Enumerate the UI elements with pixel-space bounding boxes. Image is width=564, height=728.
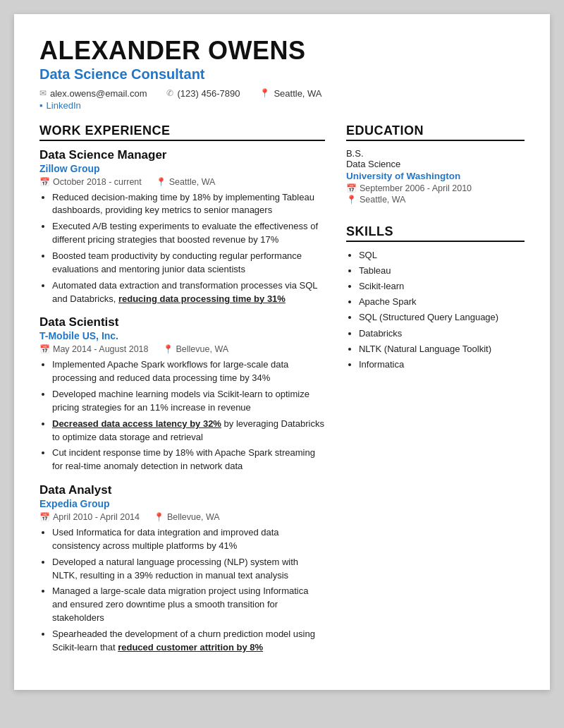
- candidate-title: Data Science Consultant: [39, 66, 525, 83]
- resume-container: ALEXANDER OWENS Data Science Consultant …: [14, 14, 550, 690]
- skill-5: SQL (Structured Query Language): [359, 311, 525, 324]
- job-2-bullets: Implemented Apache Spark workflows for l…: [39, 358, 325, 473]
- job-1-highlight: reducing data processing time by 31%: [118, 293, 286, 304]
- edu-location-icon: 📍: [346, 195, 357, 205]
- email-icon: ✉: [39, 88, 47, 98]
- job-3: Data Analyst Expedia Group 📅 April 2010 …: [39, 483, 325, 655]
- education-title: EDUCATION: [346, 123, 525, 138]
- job-2-date: 📅 May 2014 - August 2018: [39, 344, 149, 354]
- contact-row-2: ▪ LinkedIn: [39, 100, 525, 111]
- job-3-meta: 📅 April 2010 - April 2014 📍 Bellevue, WA: [39, 512, 325, 522]
- phone-text: (123) 456-7890: [177, 88, 240, 99]
- location-icon: 📍: [259, 88, 270, 98]
- work-experience-divider: [39, 140, 325, 141]
- edu-degree: B.S.: [346, 148, 525, 159]
- edu-location: 📍 Seattle, WA: [346, 195, 525, 205]
- phone-item: ✆ (123) 456-7890: [166, 88, 240, 99]
- linkedin-link[interactable]: ▪ LinkedIn: [39, 100, 81, 111]
- skill-7: NLTK (Natural Language Toolkit): [359, 343, 525, 356]
- skills-list: SQL Tableau Scikit-learn Apache Spark SQ…: [346, 249, 525, 372]
- education-section: EDUCATION B.S. Data Science University o…: [346, 123, 525, 205]
- job-3-bullet-4: Spearheaded the development of a churn p…: [52, 628, 325, 655]
- job-1-location: 📍 Seattle, WA: [156, 177, 216, 187]
- right-column: EDUCATION B.S. Data Science University o…: [346, 123, 525, 665]
- job-1-meta: 📅 October 2018 - current 📍 Seattle, WA: [39, 177, 325, 187]
- email-item: ✉ alex.owens@email.com: [39, 88, 147, 99]
- main-content: WORK EXPERIENCE Data Science Manager Zil…: [39, 123, 525, 665]
- skills-divider: [346, 241, 525, 242]
- job-2-location: 📍 Bellevue, WA: [163, 344, 229, 354]
- work-experience-title: WORK EXPERIENCE: [39, 123, 325, 138]
- job-2-highlight: Decreased data access latency by 32%: [52, 418, 221, 429]
- pin-icon-3: 📍: [154, 512, 164, 522]
- work-experience-section: WORK EXPERIENCE Data Science Manager Zil…: [39, 123, 325, 665]
- skill-4: Apache Spark: [359, 296, 525, 308]
- pin-icon-2: 📍: [163, 344, 173, 354]
- contact-row-1: ✉ alex.owens@email.com ✆ (123) 456-7890 …: [39, 88, 525, 99]
- job-1-bullets: Reduced decision-making time by 18% by i…: [39, 191, 325, 306]
- job-1-bullet-4: Automated data extraction and transforma…: [52, 279, 325, 306]
- candidate-name: ALEXANDER OWENS: [39, 37, 525, 65]
- skills-title: SKILLS: [346, 224, 525, 239]
- job-1-bullet-2: Executed A/B testing experiments to eval…: [52, 220, 325, 247]
- job-1-bullet-1: Reduced decision-making time by 18% by i…: [52, 191, 325, 218]
- phone-icon: ✆: [166, 88, 173, 98]
- skill-3: Scikit-learn: [359, 280, 525, 293]
- job-2-meta: 📅 May 2014 - August 2018 📍 Bellevue, WA: [39, 344, 325, 354]
- job-3-location: 📍 Bellevue, WA: [154, 512, 220, 522]
- email-text: alex.owens@email.com: [50, 88, 147, 99]
- edu-school: University of Washington: [346, 171, 525, 181]
- job-3-date: 📅 April 2010 - April 2014: [39, 512, 140, 522]
- skill-2: Tableau: [359, 265, 525, 277]
- job-1-title: Data Science Manager: [39, 148, 325, 162]
- skill-1: SQL: [359, 249, 525, 262]
- location-text: Seattle, WA: [274, 88, 321, 99]
- skill-8: Informatica: [359, 358, 525, 371]
- skills-section: SKILLS SQL Tableau Scikit-learn Apache S…: [346, 224, 525, 372]
- education-divider: [346, 140, 525, 141]
- job-2-bullet-3: Decreased data access latency by 32% by …: [52, 418, 325, 444]
- job-1: Data Science Manager Zillow Group 📅 Octo…: [39, 148, 325, 306]
- header: ALEXANDER OWENS Data Science Consultant …: [39, 37, 525, 111]
- skill-6: Databricks: [359, 327, 525, 340]
- calendar-icon-2: 📅: [39, 344, 50, 354]
- location-item: 📍 Seattle, WA: [259, 88, 321, 99]
- job-2-title: Data Scientist: [39, 315, 325, 329]
- job-2-bullet-4: Cut incident response time by 18% with A…: [52, 447, 325, 473]
- edu-calendar-icon: 📅: [346, 183, 357, 193]
- pin-icon-1: 📍: [156, 177, 166, 187]
- calendar-icon-1: 📅: [39, 177, 50, 187]
- job-2: Data Scientist T-Mobile US, Inc. 📅 May 2…: [39, 315, 325, 473]
- job-3-title: Data Analyst: [39, 483, 325, 497]
- job-3-bullets: Used Informatica for data integration an…: [39, 526, 325, 655]
- calendar-icon-3: 📅: [39, 512, 50, 522]
- job-3-bullet-2: Developed a natural language processing …: [52, 556, 325, 583]
- job-2-bullet-1: Implemented Apache Spark workflows for l…: [52, 358, 325, 385]
- job-3-bullet-1: Used Informatica for data integration an…: [52, 526, 325, 553]
- job-1-date: 📅 October 2018 - current: [39, 177, 142, 187]
- job-1-bullet-3: Boosted team productivity by conducting …: [52, 250, 325, 277]
- edu-field: Data Science: [346, 159, 525, 169]
- job-3-highlight: reduced customer attrition by 8%: [118, 642, 263, 653]
- linkedin-icon: ▪: [39, 100, 43, 111]
- job-1-company: Zillow Group: [39, 163, 325, 174]
- edu-date: 📅 September 2006 - April 2010: [346, 183, 525, 193]
- job-3-company: Expedia Group: [39, 498, 325, 509]
- job-3-bullet-3: Managed a large-scale data migration pro…: [52, 585, 325, 625]
- job-2-company: T-Mobile US, Inc.: [39, 330, 325, 341]
- job-2-bullet-2: Developed machine learning models via Sc…: [52, 388, 325, 415]
